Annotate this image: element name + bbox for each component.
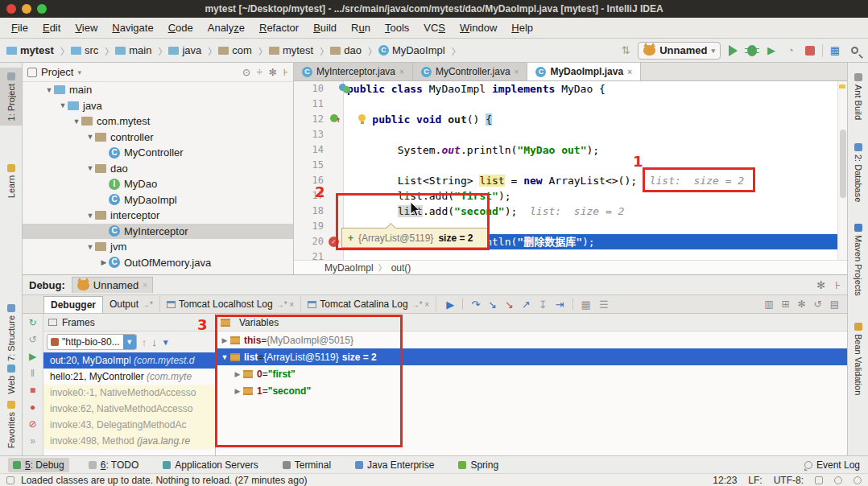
close-icon[interactable]: × <box>627 68 632 76</box>
step-out-icon[interactable]: ↗ <box>522 299 531 311</box>
chevron-down-icon[interactable]: ▼ <box>123 334 136 350</box>
close-icon[interactable] <box>6 4 16 14</box>
force-step-into-icon[interactable]: ↘ <box>505 299 514 311</box>
search-icon[interactable] <box>847 43 862 58</box>
filter-icon[interactable]: ▼ <box>162 338 170 347</box>
run-to-cursor-icon[interactable]: ⇥ <box>556 299 564 311</box>
tree-item-java[interactable]: ▼java <box>23 98 293 114</box>
implementing-method-icon[interactable] <box>330 114 338 122</box>
stripe-button-7-structure[interactable]: 7: Structure <box>0 300 22 365</box>
tool-button-6-todo[interactable]: 6: TODO <box>84 458 144 472</box>
step-into-icon[interactable]: ↘ <box>488 299 497 311</box>
tree-item-main[interactable]: ▼main <box>23 82 293 98</box>
frame-row[interactable]: invoke:62, NativeMethodAccesso <box>43 401 215 417</box>
gutter-line-11[interactable]: 11 <box>294 97 344 112</box>
debug-button[interactable] <box>745 43 759 58</box>
tree-item-dao[interactable]: ▼dao <box>23 161 293 177</box>
tree-arrow-icon[interactable]: ▼ <box>85 164 95 172</box>
project-tree[interactable]: ▼main▼java▼com.mytest▼controllerCMyContr… <box>23 82 293 270</box>
frame-row[interactable]: hello:21, MyController (com.myte <box>43 369 215 385</box>
gutter-line-14[interactable]: 14 <box>294 142 344 158</box>
intention-bulb-icon[interactable] <box>358 114 366 122</box>
gear-icon[interactable]: ✻ <box>269 67 277 78</box>
close-icon[interactable]: × <box>399 68 404 76</box>
line-ending-indicator[interactable]: LF: <box>748 475 762 486</box>
stripe-button-web[interactable]: Web <box>0 360 22 397</box>
code-line-13[interactable]: 13 <box>294 127 847 142</box>
minimize-icon[interactable] <box>22 4 31 14</box>
code-line-16[interactable]: 16 List<String> list = new ArrayList<>()… <box>294 173 847 188</box>
tree-arrow-icon[interactable]: ▼ <box>85 243 95 251</box>
editor-tab-mycontroller-java[interactable]: CMyController.java× <box>413 63 528 80</box>
stripe-button-favorites[interactable]: Favorites <box>0 397 22 452</box>
drop-frame-icon[interactable]: ↧ <box>539 299 548 311</box>
stripe-button-ant-build[interactable]: Ant Build <box>848 69 868 124</box>
tree-item-com-mytest[interactable]: ▼com.mytest <box>23 113 293 130</box>
breadcrumb-item[interactable]: src〉 <box>71 44 114 57</box>
tree-arrow-icon[interactable]: ▼ <box>72 117 81 126</box>
chevron-down-icon[interactable]: ▾ <box>77 68 81 76</box>
update-icon[interactable]: ↺ <box>28 334 36 345</box>
scroll-thumb[interactable] <box>840 130 846 198</box>
thread-selector[interactable]: "http-bio-80... ▼ <box>47 334 137 350</box>
editor-breadcrumb-item[interactable]: MyDaoImpl <box>324 262 374 274</box>
stop-icon[interactable]: ■ <box>30 385 35 396</box>
grid-icon[interactable]: ▦ <box>828 43 842 58</box>
code-line-14[interactable]: 14 System.out.println("MyDao out"); <box>294 142 847 158</box>
tree-arrow-icon[interactable]: ▶ <box>99 258 109 266</box>
menu-item-refactor[interactable]: Refactor <box>253 19 305 36</box>
editor-breadcrumb-item[interactable]: out() <box>391 262 411 274</box>
menu-item-code[interactable]: Code <box>162 19 200 36</box>
locate-icon[interactable]: ⊙ <box>242 67 250 78</box>
tree-item-mydao[interactable]: IMyDao <box>23 176 293 192</box>
view-breakpoints-icon[interactable]: ● <box>30 402 35 413</box>
menu-item-help[interactable]: Help <box>505 19 539 36</box>
tool-button-java-enterprise[interactable]: Java Enterprise <box>350 458 439 472</box>
breadcrumb-item[interactable]: com〉 <box>218 44 267 57</box>
tree-item-mycontroller[interactable]: CMyController <box>23 145 293 161</box>
show-execution-point-icon[interactable]: ▶ <box>446 299 454 311</box>
up-icon[interactable]: ↑ <box>142 336 147 348</box>
code-line-15[interactable]: 15 <box>294 158 847 173</box>
history-icon[interactable]: ↺ <box>814 299 822 310</box>
maximize-icon[interactable] <box>37 4 47 14</box>
restore-layout-icon[interactable]: ⊞ <box>781 299 789 310</box>
menu-item-vcs[interactable]: VCS <box>417 19 452 36</box>
frame-row[interactable]: invoke0:-1, NativeMethodAccesso <box>43 385 215 401</box>
menu-item-edit[interactable]: Edit <box>36 19 67 36</box>
tree-arrow-icon[interactable]: ▼ <box>44 86 54 94</box>
breadcrumb-item[interactable]: mytest〉 <box>269 44 329 57</box>
evaluate-icon[interactable]: ▦ <box>581 299 591 311</box>
hector-icon[interactable] <box>834 476 842 484</box>
menu-item-analyze[interactable]: Analyze <box>201 19 251 36</box>
menu-item-view[interactable]: View <box>68 19 104 36</box>
stripe-button-maven-projects[interactable]: Maven Projects <box>848 220 868 300</box>
editor-scrollbar[interactable] <box>837 81 847 260</box>
console-icon[interactable]: ▤ <box>830 299 839 310</box>
debug-session-tab[interactable]: Unnamed × <box>72 277 153 293</box>
step-over-icon[interactable]: ↷ <box>471 299 480 311</box>
gradle-icon[interactable] <box>854 476 862 484</box>
encoding-indicator[interactable]: UTF-8: <box>774 475 804 486</box>
gutter-line-15[interactable]: 15 <box>294 158 344 173</box>
tool-button-terminal[interactable]: Terminal <box>278 458 336 472</box>
stripe-button-1-project[interactable]: 1: Project <box>0 68 22 126</box>
frame-row[interactable]: invoke:498, Method (java.lang.re <box>43 433 215 449</box>
tree-item-mydaoimpl[interactable]: CMyDaoImpl <box>23 192 293 208</box>
debug-tab-tomcat-localhost-log[interactable]: Tomcat Localhost Log→* × <box>160 296 301 312</box>
tree-item-interceptor[interactable]: ▼interceptor <box>23 208 293 224</box>
tree-arrow-icon[interactable]: ▼ <box>85 212 95 220</box>
breadcrumb-item[interactable]: java〉 <box>168 44 217 57</box>
code-line-10[interactable]: 10public class MyDaoImpl implements MyDa… <box>294 81 847 97</box>
tree-item-outofmemory-java[interactable]: ▶COutOfMemory.java <box>23 255 293 271</box>
gutter-line-10[interactable]: 10 <box>294 81 344 97</box>
thread-dump-icon[interactable]: ▥ <box>764 299 773 310</box>
more-icon[interactable]: » <box>30 435 35 447</box>
caret-position[interactable]: 12:23 <box>713 475 737 486</box>
stop-button[interactable] <box>803 43 817 58</box>
profile-button[interactable]: ◔ <box>783 43 798 58</box>
split-icon[interactable]: ÷ <box>257 67 262 78</box>
dbg-settings-icon[interactable]: ✻ <box>798 299 806 310</box>
menu-item-navigate[interactable]: Navigate <box>105 19 159 36</box>
stripe-button-bean-validation[interactable]: Bean Validation <box>848 319 868 399</box>
